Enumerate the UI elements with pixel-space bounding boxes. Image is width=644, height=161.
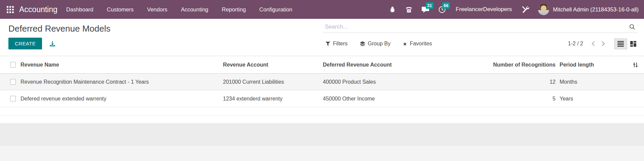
debug-bug-icon[interactable] xyxy=(388,5,396,13)
export-download-icon[interactable] xyxy=(49,41,55,47)
filters-button[interactable]: Filters xyxy=(326,41,348,47)
pager-previous-icon[interactable] xyxy=(591,40,596,47)
apps-menu-icon[interactable] xyxy=(7,6,14,13)
star-icon: ★ xyxy=(403,41,407,46)
adjust-columns-icon xyxy=(633,62,638,68)
top-menu: Dashboard Customers Vendors Accounting R… xyxy=(66,6,292,13)
header-number-of-recognitions[interactable]: Number of Recognitions xyxy=(491,62,556,68)
row-checkbox[interactable] xyxy=(10,79,16,85)
cell-revenue-account: 1234 extenderd warrenty xyxy=(223,96,323,102)
activities-badge: 66 xyxy=(442,2,450,9)
search-input[interactable] xyxy=(323,24,629,30)
select-all-checkbox[interactable] xyxy=(10,62,16,68)
create-button[interactable]: CREATE xyxy=(8,38,42,49)
page-background xyxy=(0,123,644,146)
cell-deferred-revenue-account: 400000 Product Sales xyxy=(323,79,491,85)
menu-vendors[interactable]: Vendors xyxy=(147,6,167,13)
cell-period-length: Months xyxy=(556,79,606,85)
top-navbar: Accounting Dashboard Customers Vendors A… xyxy=(0,0,644,19)
pager: 1-2 / 2 xyxy=(568,36,639,51)
cell-number-of-recognitions: 12 xyxy=(491,79,556,85)
control-panel: CREATE Filters Gro xyxy=(0,36,644,51)
kanban-view-icon[interactable] xyxy=(627,39,639,49)
activities-clock-icon[interactable]: 66 xyxy=(438,5,446,13)
header-revenue-name[interactable]: Revenue Name xyxy=(21,62,223,68)
deferred-revenue-models-table: Revenue Name Revenue Account Deferred Re… xyxy=(0,56,644,124)
company-switcher[interactable]: FreelancerDevelopers xyxy=(456,6,512,13)
search-icon[interactable] xyxy=(629,24,636,30)
app-name[interactable]: Accounting xyxy=(19,5,58,14)
messages-icon[interactable]: 31 xyxy=(421,5,429,13)
search-bar xyxy=(323,21,638,33)
messages-badge: 31 xyxy=(426,2,433,9)
systray: 31 66 FreelancerDevelopers Mitchell Admi… xyxy=(388,4,639,15)
cell-revenue-name: Defered revenue extended warrenty xyxy=(21,96,223,102)
page-title: Deferred Revenue Models xyxy=(8,24,111,34)
menu-reporting[interactable]: Reporting xyxy=(222,6,246,13)
menu-customers[interactable]: Customers xyxy=(107,6,134,13)
voip-phone-icon[interactable] xyxy=(405,5,413,13)
table-header-row: Revenue Name Revenue Account Deferred Re… xyxy=(0,56,644,74)
cell-number-of-recognitions: 5 xyxy=(491,96,556,102)
table-row[interactable]: Defered revenue extended warrenty 1234 e… xyxy=(0,90,644,107)
layers-icon xyxy=(360,41,365,46)
page-background-footer xyxy=(0,146,644,161)
cell-period-length: Years xyxy=(556,96,606,102)
menu-dashboard[interactable]: Dashboard xyxy=(66,6,93,13)
pager-range: 1-2 / 2 xyxy=(568,41,583,47)
favorites-button[interactable]: ★ Favorites xyxy=(403,41,432,47)
cell-revenue-account: 201000 Current Liabilities xyxy=(223,79,323,85)
main-content: Deferred Revenue Models CREATE xyxy=(0,19,644,161)
table-bottom-edge xyxy=(0,116,644,124)
pager-next-icon[interactable] xyxy=(601,40,606,47)
menu-accounting[interactable]: Accounting xyxy=(181,6,209,13)
tools-icon[interactable] xyxy=(522,5,530,13)
view-switcher xyxy=(614,38,639,49)
funnel-icon xyxy=(326,42,330,46)
cell-revenue-name: Revenue Recognition Maintenance Contract… xyxy=(21,79,223,85)
optional-columns-toggle[interactable] xyxy=(606,62,644,68)
group-by-button[interactable]: Group By xyxy=(360,41,391,47)
search-facets: Filters Group By ★ Favorites xyxy=(326,36,432,51)
list-view-icon[interactable] xyxy=(614,38,627,49)
header-period-length[interactable]: Period length xyxy=(556,62,606,68)
header-deferred-revenue-account[interactable]: Deferred Revenue Account xyxy=(323,62,491,68)
cell-deferred-revenue-account: 450000 Other Income xyxy=(323,96,491,102)
row-checkbox[interactable] xyxy=(10,96,16,102)
table-row[interactable]: Revenue Recognition Maintenance Contract… xyxy=(0,74,644,90)
menu-configuration[interactable]: Configuration xyxy=(259,6,292,13)
header-revenue-account[interactable]: Revenue Account xyxy=(223,62,323,68)
user-menu[interactable]: Mitchell Admin (21184353-16-0-all) xyxy=(553,6,639,13)
user-avatar[interactable] xyxy=(538,4,549,15)
empty-table-space xyxy=(0,107,644,116)
